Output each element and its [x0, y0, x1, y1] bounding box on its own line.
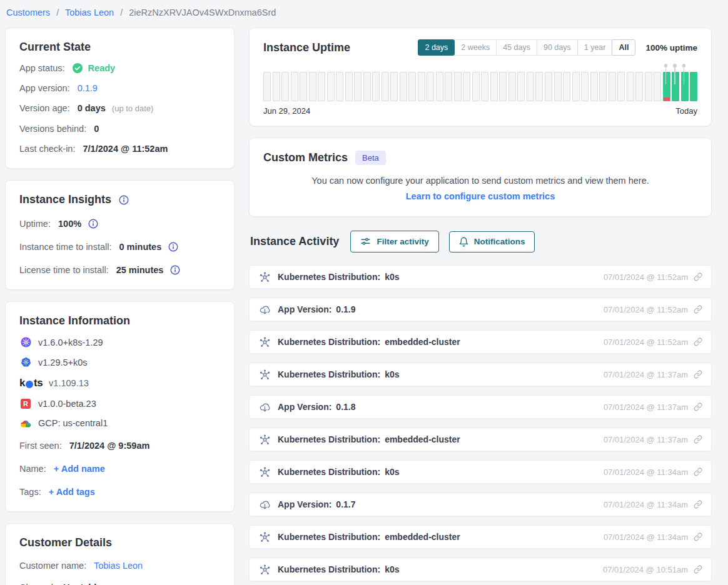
uptime-bar[interactable]: [654, 72, 661, 101]
uptime-bar[interactable]: [372, 72, 380, 101]
filter-activity-button[interactable]: Filter activity: [350, 231, 438, 252]
activity-row[interactable]: Kubernetes Distribution:k0s 07/01/2024 @…: [249, 362, 712, 386]
uptime-bar[interactable]: [617, 72, 625, 101]
breadcrumb-customer-link[interactable]: Tobias Leon: [65, 8, 114, 18]
uptime-bar[interactable]: [563, 72, 570, 101]
customer-details-title: Customer Details: [19, 536, 220, 549]
uptime-bar[interactable]: [382, 72, 389, 101]
uptime-bar[interactable]: [690, 72, 697, 101]
instance-activity-header: Instance Activity Filter activity Notifi…: [250, 231, 712, 252]
permalink-icon[interactable]: [694, 370, 702, 379]
permalink-icon[interactable]: [694, 305, 702, 314]
notifications-button[interactable]: Notifications: [449, 231, 535, 252]
uptime-bar[interactable]: [318, 72, 325, 101]
uptime-bar[interactable]: [345, 72, 353, 101]
app-status-label: App status:: [19, 63, 65, 73]
app-version-link[interactable]: 0.1.9: [78, 83, 98, 93]
uptime-bar[interactable]: [527, 72, 534, 101]
permalink-icon[interactable]: [694, 500, 702, 509]
uptime-range-2-days[interactable]: 2 days: [418, 39, 455, 56]
instance-uptime-card: Instance Uptime 2 days2 weeks45 days90 d…: [249, 28, 712, 126]
uptime-bar[interactable]: [445, 72, 452, 101]
activity-value: embedded-cluster: [385, 434, 460, 444]
activity-row[interactable]: Kubernetes Distribution:k0s 07/01/2024 @…: [249, 460, 712, 484]
uptime-bar[interactable]: [490, 72, 498, 101]
info-icon[interactable]: [170, 265, 180, 275]
permalink-icon[interactable]: [694, 468, 702, 476]
permalink-icon[interactable]: [694, 532, 702, 541]
info-icon[interactable]: [119, 195, 129, 205]
uptime-bar[interactable]: [291, 72, 298, 101]
uptime-bar[interactable]: [463, 72, 470, 101]
permalink-icon[interactable]: [694, 565, 702, 574]
version-age-row: Version age: 0 days (up to date): [19, 102, 220, 114]
permalink-icon[interactable]: [694, 435, 702, 444]
add-tags-button[interactable]: + Add tags: [49, 487, 95, 497]
uptime-bar[interactable]: [609, 72, 616, 101]
uptime-range-45-days[interactable]: 45 days: [496, 39, 537, 56]
uptime-bar[interactable]: [590, 72, 598, 101]
uptime-bar[interactable]: [454, 72, 462, 101]
activity-row[interactable]: App Version:0.1.7 07/01/2024 @ 11:34am: [249, 492, 712, 516]
app-version-label: App version:: [19, 83, 70, 93]
last-checkin-label: Last check-in:: [19, 144, 75, 154]
customer-name-link[interactable]: Tobias Leon: [94, 561, 143, 571]
uptime-bar[interactable]: [581, 72, 589, 101]
uptime-bar[interactable]: [263, 72, 271, 101]
activity-row[interactable]: Kubernetes Distribution:k0s 07/01/2024 @…: [249, 558, 712, 581]
activity-row[interactable]: Kubernetes Distribution:embedded-cluster…: [249, 525, 712, 549]
uptime-bar[interactable]: [354, 72, 361, 101]
uptime-bar[interactable]: [309, 72, 316, 101]
uptime-range-90-days[interactable]: 90 days: [537, 39, 578, 56]
uptime-bar[interactable]: [645, 72, 652, 101]
activity-row[interactable]: Kubernetes Distribution:embedded-cluster…: [249, 330, 712, 354]
activity-row[interactable]: Kubernetes Distribution:embedded-cluster…: [249, 428, 712, 451]
info-icon[interactable]: [168, 242, 178, 252]
uptime-bar[interactable]: [436, 72, 443, 101]
uptime-bar[interactable]: [400, 72, 407, 101]
permalink-icon[interactable]: [694, 272, 702, 281]
uptime-bar[interactable]: [408, 72, 416, 101]
uptime-bar[interactable]: [572, 72, 580, 101]
uptime-bar[interactable]: [418, 72, 425, 101]
activity-text: Kubernetes Distribution:k0s: [278, 369, 604, 379]
uptime-bar[interactable]: [517, 72, 525, 101]
uptime-range-1-year[interactable]: 1 year: [577, 39, 613, 56]
configure-metrics-link[interactable]: Learn to configure custom metrics: [406, 191, 555, 201]
activity-row[interactable]: Kubernetes Distribution:k0s 07/01/2024 @…: [249, 265, 712, 289]
uptime-range-2-weeks[interactable]: 2 weeks: [454, 39, 497, 56]
uptime-bar[interactable]: [363, 72, 371, 101]
uptime-bar[interactable]: [273, 72, 280, 101]
activity-row[interactable]: App Version:0.1.8 07/01/2024 @ 11:37am: [249, 395, 712, 419]
uptime-bar[interactable]: [327, 72, 335, 101]
uptime-bar[interactable]: [499, 72, 507, 101]
uptime-bar[interactable]: [535, 72, 543, 101]
uptime-bar[interactable]: [554, 72, 562, 101]
breadcrumb-customers-link[interactable]: Customers: [6, 8, 50, 18]
uptime-bar[interactable]: [627, 72, 634, 101]
uptime-bar[interactable]: [663, 72, 670, 101]
uptime-bar[interactable]: [599, 72, 607, 101]
permalink-icon[interactable]: [694, 338, 702, 346]
add-name-button[interactable]: + Add name: [54, 464, 105, 474]
customer-details-card: Customer Details Customer name: Tobias L…: [5, 523, 235, 585]
info-icon[interactable]: [88, 219, 98, 229]
uptime-bar[interactable]: [427, 72, 434, 101]
uptime-bar[interactable]: [545, 72, 552, 101]
uptime-bar[interactable]: [672, 72, 679, 101]
uptime-bar[interactable]: [472, 72, 480, 101]
uptime-bar[interactable]: [300, 72, 307, 101]
permalink-icon[interactable]: [694, 402, 702, 411]
uptime-bar[interactable]: [390, 72, 398, 101]
uptime-bar[interactable]: [635, 72, 643, 101]
uptime-bar[interactable]: [281, 72, 289, 101]
activity-row[interactable]: App Version:0.1.9 07/01/2024 @ 11:52am: [249, 298, 712, 321]
activity-text: Kubernetes Distribution:k0s: [278, 564, 603, 574]
uptime-bar[interactable]: [508, 72, 516, 101]
channel-value: Unstable: [63, 582, 101, 585]
embedded-cluster-version-row: v1.6.0+k8s-1.29: [19, 337, 220, 348]
uptime-bar[interactable]: [336, 72, 343, 101]
uptime-bar[interactable]: [681, 72, 689, 101]
uptime-range-all[interactable]: All: [612, 39, 635, 56]
uptime-bar[interactable]: [481, 72, 488, 101]
